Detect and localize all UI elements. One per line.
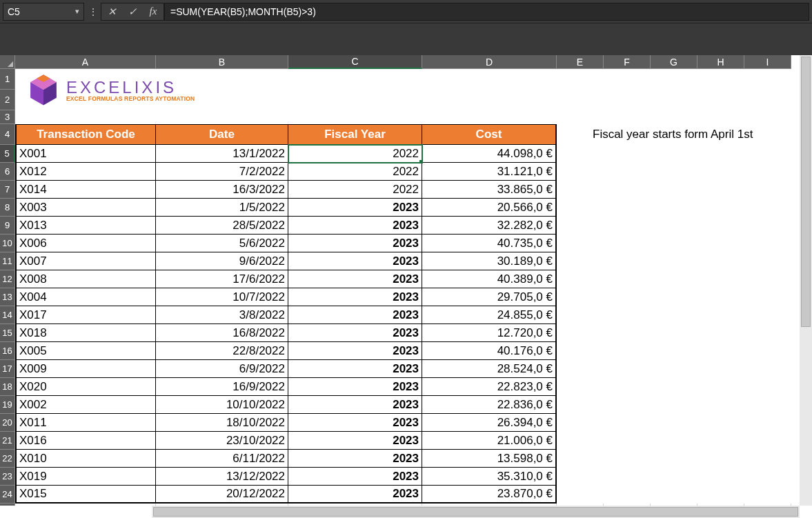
cell-date[interactable]: 6/9/2022 (156, 360, 288, 378)
fx-icon[interactable]: fx (143, 3, 164, 20)
cell[interactable] (604, 378, 651, 396)
cell[interactable] (604, 217, 651, 235)
cell[interactable] (697, 342, 744, 360)
cell[interactable] (557, 217, 604, 235)
name-box[interactable]: C5 ▾ (3, 3, 84, 21)
cell-code[interactable]: X013 (15, 217, 156, 235)
cell-date[interactable]: 17/6/2022 (156, 270, 288, 288)
cell[interactable] (651, 163, 697, 181)
col-header-E[interactable]: E (557, 55, 604, 69)
cell-cost[interactable]: 35.310,0 € (422, 468, 557, 486)
cell-code[interactable]: X004 (15, 288, 156, 306)
col-header-I[interactable]: I (744, 55, 791, 69)
col-header-G[interactable]: G (651, 55, 697, 69)
chevron-down-icon[interactable]: ▾ (75, 7, 79, 16)
cell[interactable] (15, 110, 812, 124)
cell-fy[interactable]: 2023 (288, 342, 422, 360)
cancel-icon[interactable]: ✕ (101, 3, 122, 20)
cell-code[interactable]: X017 (15, 306, 156, 324)
cell[interactable] (697, 270, 744, 288)
cell-fy[interactable]: 2023 (288, 486, 422, 504)
cell-code[interactable]: X001 (15, 145, 156, 163)
cell[interactable] (604, 450, 651, 468)
cell[interactable] (744, 414, 791, 432)
cell[interactable] (604, 414, 651, 432)
cell-date[interactable]: 3/8/2022 (156, 306, 288, 324)
cell[interactable] (557, 199, 604, 217)
cell-date[interactable]: 18/10/2022 (156, 414, 288, 432)
cell[interactable] (557, 396, 604, 414)
cell-cost[interactable]: 40.735,0 € (422, 235, 557, 252)
cell-date[interactable]: 9/6/2022 (156, 252, 288, 270)
row-header[interactable]: 18 (0, 378, 15, 396)
row-header[interactable]: 10 (0, 235, 15, 252)
cell[interactable] (744, 342, 791, 360)
cell[interactable] (557, 270, 604, 288)
cell[interactable] (604, 199, 651, 217)
col-header-C[interactable]: C (288, 55, 422, 69)
cell-code[interactable]: X014 (15, 181, 156, 199)
cell-date[interactable]: 16/8/2022 (156, 324, 288, 342)
cell[interactable] (651, 270, 697, 288)
formula-input[interactable]: =SUM(YEAR(B5);MONTH(B5)>3) (164, 3, 809, 21)
cell[interactable] (557, 252, 604, 270)
row-header[interactable]: 23 (0, 468, 15, 486)
cell[interactable] (651, 396, 697, 414)
row-header[interactable]: 21 (0, 432, 15, 450)
cell[interactable] (697, 306, 744, 324)
cell-cost[interactable]: 21.006,0 € (422, 432, 557, 450)
cell-fy[interactable]: 2022 (288, 181, 422, 199)
cell-fy[interactable]: 2023 (288, 360, 422, 378)
cell[interactable] (651, 181, 697, 199)
col-header-H[interactable]: H (697, 55, 744, 69)
cell[interactable] (697, 450, 744, 468)
cell[interactable] (697, 145, 744, 163)
cell[interactable] (697, 378, 744, 396)
row-header[interactable]: 16 (0, 342, 15, 360)
row-header[interactable]: 24 (0, 486, 15, 504)
cell[interactable] (557, 181, 604, 199)
cell-date[interactable]: 13/1/2022 (156, 145, 288, 163)
cell[interactable] (651, 145, 697, 163)
cell-code[interactable]: X008 (15, 270, 156, 288)
cell-fy[interactable]: 2023 (288, 199, 422, 217)
table-header-cost[interactable]: Cost (422, 124, 557, 145)
table-header-date[interactable]: Date (156, 124, 288, 145)
cell[interactable] (604, 486, 651, 504)
cell[interactable] (697, 324, 744, 342)
cell-fy[interactable]: 2023 (288, 450, 422, 468)
cell[interactable] (557, 145, 604, 163)
cell[interactable] (697, 468, 744, 486)
cell-date[interactable]: 10/10/2022 (156, 396, 288, 414)
cell[interactable] (697, 199, 744, 217)
col-header-D[interactable]: D (422, 55, 557, 69)
cell-code[interactable]: X003 (15, 199, 156, 217)
row-header[interactable]: 11 (0, 252, 15, 270)
cell-date[interactable]: 16/9/2022 (156, 378, 288, 396)
cell[interactable] (557, 486, 604, 504)
row-header[interactable]: 6 (0, 163, 15, 181)
cell-cost[interactable]: 13.598,0 € (422, 450, 557, 468)
cell[interactable] (651, 432, 697, 450)
cell[interactable] (557, 360, 604, 378)
cell[interactable] (697, 414, 744, 432)
vertical-scrollbar[interactable] (800, 55, 812, 506)
cell[interactable] (697, 217, 744, 235)
horizontal-scrollbar[interactable] (0, 506, 800, 518)
cell[interactable] (651, 342, 697, 360)
cell-cost[interactable]: 30.189,0 € (422, 252, 557, 270)
col-header-A[interactable]: A (15, 55, 156, 69)
cell[interactable] (744, 378, 791, 396)
cell-date[interactable]: 16/3/2022 (156, 181, 288, 199)
cell[interactable] (651, 252, 697, 270)
cell[interactable] (697, 235, 744, 252)
cell[interactable] (744, 396, 791, 414)
cell[interactable] (651, 217, 697, 235)
cell[interactable] (744, 163, 791, 181)
cell[interactable] (651, 324, 697, 342)
row-header[interactable]: 22 (0, 450, 15, 468)
col-header-F[interactable]: F (604, 55, 651, 69)
cell[interactable] (697, 181, 744, 199)
cell-cost[interactable]: 12.720,0 € (422, 324, 557, 342)
cell-cost[interactable]: 20.566,0 € (422, 199, 557, 217)
